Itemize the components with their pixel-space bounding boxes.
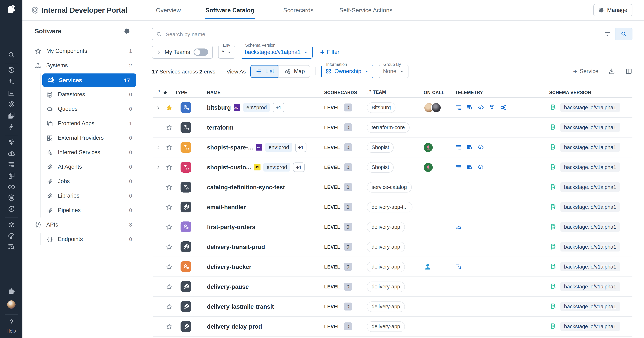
- favorite-star-icon[interactable]: [166, 184, 172, 190]
- col-scorecards[interactable]: SCORECARDS: [317, 90, 360, 95]
- actions-bolt-icon[interactable]: [0, 123, 22, 131]
- manage-button[interactable]: Manage: [593, 4, 632, 16]
- favorite-star-icon[interactable]: [166, 243, 172, 250]
- favorite-star-icon[interactable]: [166, 164, 172, 171]
- table-row[interactable]: shopist-spare-... .NET env:prod +1 LEVEL…: [154, 138, 632, 158]
- telemetry-logs-icon[interactable]: [466, 144, 473, 150]
- favorite-star-icon[interactable]: [166, 224, 172, 230]
- schema-version-pill[interactable]: backstage.io/v1alpha1: [560, 182, 620, 192]
- telemetry-apm-icon[interactable]: [455, 164, 462, 170]
- telemetry-logs-icon[interactable]: [455, 224, 462, 230]
- schema-version-pill[interactable]: backstage.io/v1alpha1: [560, 123, 620, 132]
- col-oncall[interactable]: ON-CALL: [413, 90, 448, 95]
- schema-version-pill[interactable]: backstage.io/v1alpha1: [560, 162, 620, 172]
- service-name[interactable]: delivery-transit-prod: [207, 243, 265, 250]
- search-submit-button[interactable]: [615, 28, 632, 40]
- schema-version-pill[interactable]: backstage.io/v1alpha1: [560, 142, 620, 152]
- team-pill[interactable]: delivery-app: [367, 301, 405, 312]
- sidebar-settings-gear-icon[interactable]: [124, 28, 130, 34]
- favorite-star-icon[interactable]: [166, 144, 172, 151]
- software-catalog-icon[interactable]: [0, 112, 22, 120]
- table-row[interactable]: delivery-delay-prod LEVEL 0 delivery-app…: [154, 317, 632, 336]
- sort-indicator-2[interactable]: ↓2: [367, 90, 371, 96]
- expand-chevron-icon[interactable]: [156, 105, 160, 110]
- oncall-avatar[interactable]: [424, 163, 433, 172]
- sidebar-item-services[interactable]: Services17: [42, 74, 136, 87]
- team-pill[interactable]: delivery-app-t...: [367, 202, 412, 212]
- sidebar-item-endpoints[interactable]: Endpoints0: [22, 232, 148, 246]
- infrastructure-icon[interactable]: [0, 138, 22, 146]
- service-name[interactable]: shopist-custo...: [207, 164, 251, 171]
- service-name[interactable]: email-handler: [207, 204, 246, 210]
- add-filter-button[interactable]: + Filter: [320, 46, 339, 59]
- table-row[interactable]: terraform LEVEL 0 terraform-core backsta…: [154, 118, 632, 138]
- schema-version-pill[interactable]: backstage.io/v1alpha1: [560, 202, 620, 212]
- download-icon[interactable]: [608, 68, 616, 75]
- col-name[interactable]: NAME: [198, 90, 317, 95]
- monitors-target-icon[interactable]: [0, 100, 22, 108]
- columns-layout-icon[interactable]: [625, 68, 632, 75]
- telemetry-logs-icon[interactable]: [455, 264, 462, 270]
- my-teams-filter[interactable]: My Teams: [152, 46, 213, 59]
- error-tracking-bug-icon[interactable]: [0, 221, 22, 228]
- more-tags-badge[interactable]: +1: [295, 142, 306, 152]
- telemetry-apm-icon[interactable]: [455, 104, 462, 111]
- favorite-star-icon[interactable]: [166, 104, 172, 111]
- more-tags-badge[interactable]: +1: [273, 103, 284, 112]
- information-select[interactable]: Information Ownership: [322, 64, 373, 78]
- integrations-puzzle-icon[interactable]: [0, 287, 22, 295]
- service-name[interactable]: delivery-lastmile-transit: [207, 303, 274, 310]
- favorite-star-icon[interactable]: [166, 303, 172, 310]
- user-avatar[interactable]: [0, 300, 22, 309]
- service-name[interactable]: terraform: [207, 124, 234, 131]
- col-schema-version[interactable]: SCHEMA VERSION: [538, 90, 632, 95]
- env-tag[interactable]: env:prod: [243, 103, 270, 112]
- team-pill[interactable]: delivery-app: [367, 222, 405, 232]
- table-row[interactable]: delivery-tracker LEVEL 0 delivery-app ba…: [154, 257, 632, 277]
- favorite-star-icon[interactable]: [166, 323, 172, 330]
- team-pill[interactable]: delivery-app: [367, 321, 405, 332]
- more-tags-badge[interactable]: +1: [293, 162, 305, 172]
- telemetry-code-icon[interactable]: [478, 104, 484, 111]
- sidebar-item-datastores[interactable]: Datastores0: [22, 87, 148, 102]
- telemetry-apm-icon[interactable]: [455, 144, 462, 150]
- table-row[interactable]: shopist-custo... JS env:prod +1 LEVEL 0 …: [154, 158, 632, 177]
- schema-version-pill[interactable]: backstage.io/v1alpha1: [560, 242, 620, 252]
- env-tag[interactable]: env:prod: [264, 163, 290, 172]
- tab-self-service-actions[interactable]: Self-Service Actions: [339, 0, 392, 20]
- add-service-button[interactable]: + Service: [573, 68, 598, 75]
- sidebar-item-external-providers[interactable]: External Providers0: [22, 131, 148, 145]
- oncall-avatar[interactable]: [424, 143, 433, 152]
- col-telemetry[interactable]: TELEMETRY: [448, 90, 538, 95]
- team-pill[interactable]: terraform-core: [367, 122, 410, 133]
- tab-scorecards[interactable]: Scorecards: [283, 0, 314, 20]
- schema-version-pill[interactable]: backstage.io/v1alpha1: [560, 222, 620, 232]
- dashboards-icon[interactable]: [0, 90, 22, 97]
- telemetry-logs-icon[interactable]: [466, 164, 473, 170]
- telemetry-hex-icon[interactable]: [489, 104, 495, 111]
- sidebar-item-inferred-services[interactable]: Inferred Services0: [22, 145, 148, 160]
- apm-traces-icon[interactable]: [0, 161, 22, 168]
- search-icon[interactable]: [0, 51, 22, 59]
- team-pill[interactable]: delivery-app: [367, 262, 405, 272]
- ci-pipelines-icon[interactable]: [0, 183, 22, 191]
- sidebar-item-ai-agents[interactable]: AI Agents0: [22, 160, 148, 174]
- help-icon[interactable]: [0, 318, 22, 326]
- favorite-star-icon[interactable]: [166, 283, 172, 290]
- team-pill[interactable]: service-catalog: [367, 182, 412, 192]
- tab-software-catalog[interactable]: Software Catalog: [206, 0, 254, 20]
- view-map-button[interactable]: Map: [278, 65, 310, 78]
- env-tag[interactable]: env:prod: [266, 143, 292, 152]
- col-team[interactable]: ↓2 TEAM: [360, 90, 413, 96]
- service-name[interactable]: delivery-delay-prod: [207, 323, 262, 330]
- cloud-cost-icon[interactable]: [0, 150, 22, 158]
- schema-version-pill[interactable]: backstage.io/v1alpha1: [560, 282, 620, 291]
- telemetry-code-icon[interactable]: [478, 144, 484, 150]
- metrics-gauge-icon[interactable]: [0, 232, 22, 240]
- oncall-person-icon[interactable]: [424, 263, 432, 271]
- watchdog-sparkles-icon[interactable]: [0, 78, 22, 86]
- expand-chevron-icon[interactable]: [156, 145, 160, 150]
- oncall-avatar[interactable]: [431, 102, 442, 113]
- favorite-star-icon[interactable]: [166, 263, 172, 270]
- sidebar-item-jobs[interactable]: Jobs0: [22, 174, 148, 188]
